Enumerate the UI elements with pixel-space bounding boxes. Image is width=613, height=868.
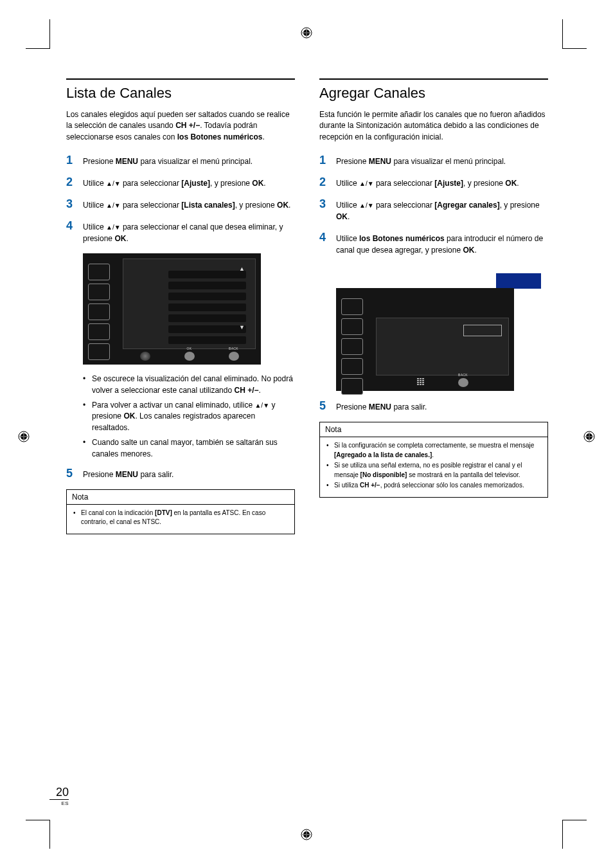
- osd-channel-rows: [168, 271, 246, 347]
- step-number: 5: [319, 400, 336, 413]
- step-1: 1 Presione MENU para visualizar el menú …: [319, 154, 548, 167]
- step-number: 4: [66, 220, 83, 244]
- registration-mark-icon: [301, 829, 312, 840]
- step-2: 2 Utilice ▲/▼ para seleccionar [Ajuste],…: [319, 176, 548, 189]
- bullet-list: Se oscurece la visualización del canal e…: [83, 374, 295, 460]
- step-text: Utilice los Botones numéricos para intro…: [336, 231, 548, 256]
- list-item: [168, 325, 246, 333]
- language-icon: [88, 323, 110, 340]
- bullet-item: Para volver a activar un canal eliminado…: [83, 400, 295, 433]
- step-5: 5 Presione MENU para salir.: [66, 467, 295, 480]
- page-number: 20 ES: [49, 786, 69, 806]
- step-text: Utilice ▲/▼ para seleccionar [Lista cana…: [83, 198, 290, 211]
- step-number: 4: [319, 231, 336, 256]
- picture-icon: [341, 298, 363, 315]
- column-right: Agregar Canales Esta función le permite …: [319, 78, 548, 534]
- osd-bottom-hints: OK BACK: [123, 352, 256, 361]
- page-language: ES: [49, 799, 69, 806]
- step-text: Utilice ▲/▼ para seleccionar [Agregar ca…: [336, 198, 548, 222]
- step-number: 1: [319, 154, 336, 167]
- osd-main-panel: ▲ ▼: [123, 258, 256, 349]
- sound-icon: [88, 284, 110, 300]
- step-text: Presione MENU para salir.: [336, 400, 427, 413]
- list-item: [168, 282, 246, 289]
- column-left: Lista de Canales Los canales elegidos aq…: [66, 78, 295, 534]
- osd-screenshot-add-channel: BACK: [336, 288, 514, 391]
- crop-mark: [562, 820, 563, 849]
- keypad-icon: [417, 378, 427, 387]
- heading-lista-canales: Lista de Canales: [66, 85, 295, 102]
- note-item: Si la configuración se completa correcta…: [325, 441, 542, 460]
- sound-icon: [341, 318, 363, 335]
- intro-text: Esta función le permite añadir los canal…: [319, 109, 548, 143]
- bullet-item: Se oscurece la visualización del canal e…: [83, 374, 295, 396]
- osd-screenshot-channel-list: ▲ ▼ OK BACK: [83, 253, 261, 365]
- crop-mark: [49, 820, 50, 849]
- step-2: 2 Utilice ▲/▼ para seleccionar [Ajuste],…: [66, 176, 295, 189]
- step-number: 5: [66, 467, 83, 480]
- crop-mark: [562, 19, 563, 48]
- crop-mark: [49, 19, 50, 48]
- heading-rule: [66, 78, 295, 80]
- step-number: 1: [66, 154, 83, 167]
- note-box: Nota Si la configuración se completa cor…: [319, 422, 548, 498]
- osd-wrapper: BACK: [336, 265, 548, 391]
- registration-mark-icon: [18, 431, 30, 442]
- step-text: Utilice ▲/▼ para seleccionar el canal qu…: [83, 220, 295, 244]
- note-item: El canal con la indicación [DTV] en la p…: [72, 509, 289, 527]
- page-number-value: 20: [49, 786, 69, 799]
- content-columns: Lista de Canales Los canales elegidos aq…: [66, 78, 548, 534]
- bullet-item: Cuando salte un canal mayor, también se …: [83, 437, 295, 460]
- back-button-icon: BACK: [229, 352, 239, 361]
- dpad-icon: [140, 352, 150, 361]
- osd-sidebar: [341, 298, 372, 398]
- note-body: El canal con la indicación [DTV] en la p…: [67, 505, 294, 534]
- registration-mark-icon: [301, 27, 312, 39]
- osd-sidebar: [88, 264, 119, 363]
- crop-mark: [26, 820, 50, 820]
- note-item: Si utiliza CH +/−, podrá seleccionar sól…: [325, 481, 542, 491]
- scroll-down-icon: ▼: [239, 324, 245, 330]
- step-1: 1 Presione MENU para visualizar el menú …: [66, 154, 295, 167]
- ok-button-icon: OK: [184, 352, 195, 361]
- picture-icon: [88, 264, 110, 280]
- step-number: 3: [66, 198, 83, 211]
- registration-mark-icon: [583, 431, 595, 442]
- back-button-icon: BACK: [458, 378, 468, 387]
- note-body: Si la configuración se completa correcta…: [320, 437, 547, 497]
- intro-text: Los canales elegidos aquí pueden ser sal…: [66, 109, 295, 143]
- step-number: 3: [319, 198, 336, 222]
- step-3: 3 Utilice ▲/▼ para seleccionar [Agregar …: [319, 198, 548, 222]
- step-3: 3 Utilice ▲/▼ para seleccionar [Lista ca…: [66, 198, 295, 211]
- list-item: [168, 303, 246, 311]
- list-item: [168, 271, 246, 278]
- step-4: 4 Utilice los Botones numéricos para int…: [319, 231, 548, 256]
- crop-mark: [562, 820, 587, 820]
- step-text: Presione MENU para salir.: [83, 467, 173, 480]
- osd-bottom-hints: BACK: [376, 378, 509, 387]
- crop-mark: [562, 48, 587, 49]
- features-icon: [88, 303, 110, 320]
- step-text: Presione MENU para visualizar el menú pr…: [83, 154, 253, 167]
- step-5: 5 Presione MENU para salir.: [319, 400, 548, 413]
- list-item: [168, 293, 246, 300]
- language-icon: [341, 358, 363, 375]
- heading-agregar-canales: Agregar Canales: [319, 85, 548, 102]
- setup-icon: [88, 343, 110, 360]
- note-heading: Nota: [67, 490, 294, 505]
- step-number: 2: [319, 176, 336, 189]
- list-item: [168, 336, 246, 344]
- list-item: [168, 314, 246, 322]
- osd-main-panel: [376, 318, 509, 375]
- step-number: 2: [66, 176, 83, 189]
- step-4: 4 Utilice ▲/▼ para seleccionar el canal …: [66, 220, 295, 244]
- note-heading: Nota: [320, 422, 547, 437]
- crop-mark: [26, 48, 50, 49]
- channel-number-field: [463, 325, 502, 336]
- step-text: Presione MENU para visualizar el menú pr…: [336, 154, 506, 167]
- note-box: Nota El canal con la indicación [DTV] en…: [66, 489, 295, 534]
- step-text: Utilice ▲/▼ para seleccionar [Ajuste], y…: [336, 176, 519, 189]
- step-text: Utilice ▲/▼ para seleccionar [Ajuste], y…: [83, 176, 266, 189]
- features-icon: [341, 338, 363, 355]
- note-item: Si se utiliza una señal externa, no es p…: [325, 461, 542, 480]
